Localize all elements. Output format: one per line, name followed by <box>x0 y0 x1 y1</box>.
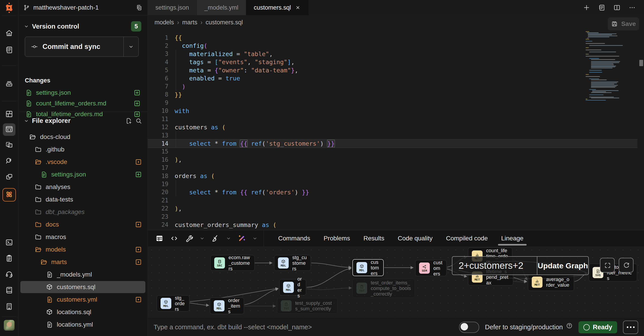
tree-item-customers.yml[interactable]: customers.yml <box>20 294 145 306</box>
chevron-down-icon[interactable] <box>199 236 205 241</box>
new-file-icon[interactable] <box>125 117 132 124</box>
status-more-button[interactable] <box>623 321 638 334</box>
more-actions-icon[interactable] <box>628 4 636 11</box>
editor-tab-customers.sql[interactable]: customers.sql <box>246 0 309 15</box>
close-icon[interactable] <box>295 5 301 10</box>
code-line-3[interactable]: 3 materialized = "table", <box>148 50 638 58</box>
code-line-8[interactable]: 8}} <box>148 90 638 99</box>
tree-item-macros[interactable]: macros <box>20 231 145 243</box>
lineage-node-test_supply[interactable]: TSTtest_supply_costs_sum_correctly <box>277 298 338 314</box>
code-line-5[interactable]: 5 meta = {"owner": "data-team"}, <box>148 66 638 74</box>
help-icon[interactable] <box>566 322 573 329</box>
code-line-20[interactable]: 20 select * from {{ ref('orders') }} <box>148 188 638 196</box>
fullscreen-button[interactable] <box>600 258 615 273</box>
lineage-node-raw[interactable]: SRCecom.raw_customers <box>210 255 255 271</box>
search-icon[interactable] <box>135 117 142 124</box>
lineage-node-orders[interactable]: MDLorders <box>279 279 306 295</box>
lineage-node-test_order_items[interactable]: TSTtest_order_items_compute_to_bools _co… <box>353 279 415 298</box>
dbt-copilot-button[interactable] <box>237 234 246 243</box>
editor-tab-_models.yml[interactable]: _models.yml <box>197 0 246 15</box>
chevron-down-icon[interactable] <box>226 236 232 241</box>
activity-item-windows[interactable] <box>3 171 16 184</box>
tree-item-models[interactable]: models <box>20 244 145 256</box>
panel-tab-commands[interactable]: Commands <box>278 230 310 246</box>
changed-file-count_lifetime_orders.md[interactable]: count_lifetime_orders.md <box>25 98 141 109</box>
commit-options-button[interactable] <box>124 37 138 56</box>
code-line-4[interactable]: 4 tags = ["events", "staging"], <box>148 58 638 66</box>
chevron-down-icon[interactable] <box>24 118 29 124</box>
tree-item-locations.yml[interactable]: locations.yml <box>20 319 145 331</box>
tree-item-settings.json[interactable]: settings.json <box>20 168 145 181</box>
lineage-node-order_items[interactable]: MDLorder_items <box>210 298 244 314</box>
code-line-21[interactable]: 21 <box>148 196 638 204</box>
commit-and-sync-button[interactable]: Commit and sync <box>25 37 139 57</box>
outline-icon[interactable] <box>598 4 606 11</box>
breadcrumb-item-models[interactable]: models <box>154 19 174 26</box>
lineage-node-customers_mdl[interactable]: MDLcustomers <box>352 259 384 276</box>
breadcrumb-item-customers.sql[interactable]: customers.sql <box>206 19 243 26</box>
changed-file-settings.json[interactable]: settings.json <box>25 87 141 98</box>
lineage-node-customers_sem[interactable]: SEMcustomers <box>415 260 446 276</box>
tree-item-customers.sql[interactable]: customers.sql <box>20 281 145 293</box>
results-table-button[interactable] <box>155 234 164 243</box>
code-line-17[interactable]: 17 <box>148 164 638 172</box>
panel-tab-code-quality[interactable]: Code quality <box>398 230 433 246</box>
plus-box-icon[interactable] <box>133 89 141 96</box>
dot-box-icon[interactable] <box>134 246 142 253</box>
breadcrumb-item-marts[interactable]: marts <box>182 19 198 26</box>
tree-item-_models.yml[interactable]: _models.yml <box>20 269 145 281</box>
tree-item-marts[interactable]: marts <box>20 256 145 268</box>
activity-item-inbox[interactable] <box>3 77 16 90</box>
defer-toggle[interactable] <box>459 322 479 333</box>
command-input[interactable]: Type a command, ex. dbt build --select <… <box>154 324 453 331</box>
editor-scrollbar[interactable] <box>639 60 643 66</box>
format-button[interactable] <box>211 234 220 243</box>
lineage-node-stg_customers[interactable]: MDLstg_customers <box>274 255 311 271</box>
code-line-18[interactable]: 18orders as ( <box>148 172 638 180</box>
panel-tab-lineage[interactable]: Lineage <box>501 230 524 246</box>
dot-box-icon[interactable] <box>134 158 142 166</box>
new-tab-icon[interactable] <box>583 4 590 11</box>
tree-item-.vscode[interactable]: .vscode <box>20 156 145 168</box>
editor-tab-settings.json[interactable]: settings.json <box>148 0 197 15</box>
tree-item-locations.sql[interactable]: locations.sql <box>20 306 145 318</box>
build-tools-button[interactable] <box>184 234 194 243</box>
code-line-16[interactable]: 16), <box>148 155 638 164</box>
code-line-19[interactable]: 19 <box>148 180 638 188</box>
tree-item-docs[interactable]: docs <box>20 219 145 231</box>
code-line-9[interactable]: 9 <box>148 98 638 107</box>
plus-box-icon[interactable] <box>134 171 142 178</box>
panel-tab-problems[interactable]: Problems <box>324 230 350 246</box>
tree-item-analyses[interactable]: analyses <box>20 181 145 193</box>
refresh-graph-button[interactable] <box>619 258 634 273</box>
chevron-down-icon[interactable] <box>252 236 258 241</box>
tree-item-dbt_packages[interactable]: dbt_packages <box>20 206 145 218</box>
branch-name[interactable]: matthewshaver-patch-1 <box>33 4 132 11</box>
code-line-6[interactable]: 6 enabled = true <box>148 74 638 82</box>
code-line-22[interactable]: 22), <box>148 204 638 213</box>
activity-item-docs[interactable] <box>3 284 16 297</box>
lineage-canvas[interactable]: SRCecom.raw_customersMDLstg_customersMDL… <box>148 246 644 318</box>
save-button[interactable]: Save <box>608 17 639 30</box>
code-editor[interactable]: 1{{2 config(3 materialized = "table",4 t… <box>148 29 644 230</box>
activity-item-dbt-assist[interactable] <box>2 188 16 202</box>
status-ready-badge[interactable]: Ready <box>578 321 617 333</box>
code-line-10[interactable]: 10with <box>148 107 638 115</box>
panel-tab-results[interactable]: Results <box>363 230 384 246</box>
activity-item-code-editor[interactable] <box>3 123 16 136</box>
code-line-14[interactable]: 14 select * from {{ ref('stg_customers')… <box>148 139 638 148</box>
panel-tab-compiled-code[interactable]: Compiled code <box>446 230 488 246</box>
minimap[interactable] <box>586 31 624 101</box>
update-graph-button[interactable]: Update Graph <box>537 257 588 275</box>
dot-box-icon[interactable] <box>134 221 142 228</box>
activity-item-layout[interactable] <box>3 108 16 121</box>
code-line-2[interactable]: 2 config( <box>148 41 638 50</box>
code-line-12[interactable]: 12customers as ( <box>148 123 638 131</box>
plus-box-icon[interactable] <box>133 100 141 107</box>
activity-item-support[interactable] <box>3 268 16 281</box>
chevron-down-icon[interactable] <box>24 23 29 29</box>
avatar[interactable] <box>4 320 14 331</box>
lineage-node-average_order_value[interactable]: METaverage_order_value <box>528 274 574 291</box>
activity-item-organization[interactable] <box>3 301 16 313</box>
code-line-24[interactable]: 24customer_orders_summary as ( <box>148 221 638 229</box>
